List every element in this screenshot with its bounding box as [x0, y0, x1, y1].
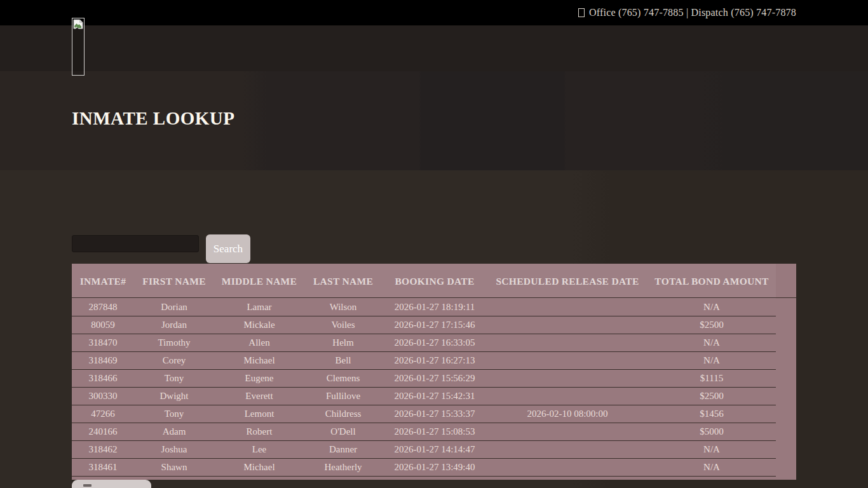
table-cell: N/A: [648, 459, 776, 477]
table-cell: Adam: [134, 423, 214, 441]
phone-icon: [578, 8, 585, 17]
table-header: INMATE#FIRST NAMEMIDDLE NAMELAST NAMEBOO…: [72, 264, 776, 299]
table-cell: Voiles: [304, 316, 382, 334]
table-cell: 2026-01-27 14:14:47: [382, 441, 487, 459]
table-cell: Heatherly: [304, 459, 382, 477]
inmate-table-container: INMATE#FIRST NAMEMIDDLE NAMELAST NAMEBOO…: [72, 264, 796, 480]
page-title: INMATE LOOKUP: [72, 108, 235, 129]
table-cell: Allen: [214, 334, 304, 352]
table-cell: Dorian: [134, 299, 214, 316]
table-cell: N/A: [648, 334, 776, 352]
table-cell: 2026-01-27 13:49:40: [382, 459, 487, 477]
table-row: 47266TonyLemontChildress2026-01-27 15:33…: [72, 405, 776, 423]
broken-image-icon: [73, 19, 83, 29]
table-row: 318466TonyEugeneClemens2026-01-27 15:56:…: [72, 370, 776, 388]
table-row: 318470TimothyAllenHelm2026-01-27 16:33:0…: [72, 334, 776, 352]
table-cell: Everett: [214, 388, 304, 405]
table-cell: [487, 423, 648, 441]
column-header: BOOKING DATE: [382, 264, 487, 299]
table-cell: N/A: [648, 352, 776, 370]
partial-bottom-button[interactable]: [72, 480, 151, 488]
table-cell: Lemont: [214, 405, 304, 423]
table-row: 318461ShawnMichaelHeatherly2026-01-27 13…: [72, 459, 776, 477]
table-cell: [487, 388, 648, 405]
table-row: 318462JoshuaLeeDanner2026-01-27 14:14:47…: [72, 441, 776, 459]
table-cell: $2500: [648, 316, 776, 334]
table-cell: Timothy: [134, 334, 214, 352]
table-cell: Helm: [304, 334, 382, 352]
top-contact-bar: Office (765) 747-7885 | Dispatch (765) 7…: [0, 0, 868, 25]
table-cell: Robert: [214, 423, 304, 441]
table-cell: 318462: [72, 441, 134, 459]
table-cell: $1456: [648, 405, 776, 423]
column-header: INMATE#: [72, 264, 134, 299]
table-cell: [487, 316, 648, 334]
table-cell: [487, 441, 648, 459]
column-header: LAST NAME: [304, 264, 382, 299]
table-cell: Bell: [304, 352, 382, 370]
table-header-row: INMATE#FIRST NAMEMIDDLE NAMELAST NAMEBOO…: [72, 264, 776, 299]
table-cell: O'Dell: [304, 423, 382, 441]
table-cell: N/A: [648, 299, 776, 316]
table-row: 240166AdamRobertO'Dell2026-01-27 15:08:5…: [72, 423, 776, 441]
table-cell: 318470: [72, 334, 134, 352]
table-cell: Eugene: [214, 370, 304, 388]
table-cell: 2026-01-27 15:56:29: [382, 370, 487, 388]
table-cell: 80059: [72, 316, 134, 334]
contact-phones: Office (765) 747-7885 | Dispatch (765) 7…: [578, 7, 796, 18]
table-cell: N/A: [648, 477, 776, 480]
nav-band: [0, 25, 868, 71]
inmate-table: INMATE#FIRST NAMEMIDDLE NAMELAST NAMEBOO…: [72, 264, 776, 480]
table-row: 318469CoreyMichaelBell2026-01-27 16:27:1…: [72, 352, 776, 370]
table-row: 287848DorianLamarWilson2026-01-27 18:19:…: [72, 299, 776, 316]
table-body: 287848DorianLamarWilson2026-01-27 18:19:…: [72, 299, 776, 480]
table-cell: Fullilove: [304, 388, 382, 405]
table-cell: $5000: [648, 423, 776, 441]
table-cell: Corey: [134, 352, 214, 370]
search-button[interactable]: Search: [206, 234, 250, 263]
column-header: MIDDLE NAME: [214, 264, 304, 299]
table-cell: [487, 477, 648, 480]
table-cell: 47266: [72, 405, 134, 423]
table-cell: 318469: [72, 352, 134, 370]
table-cell: [487, 352, 648, 370]
table-cell: $2500: [648, 388, 776, 405]
table-cell: 2026-01-27 15:33:37: [382, 405, 487, 423]
table-cell: Joshua: [134, 441, 214, 459]
table-cell: Clemens: [304, 370, 382, 388]
table-cell: 2026-01-27 13:01:24: [382, 477, 487, 480]
table-cell: Lamar: [214, 299, 304, 316]
table-cell: Tony: [134, 405, 214, 423]
table-cell: Wilson: [304, 299, 382, 316]
table-cell: Mickale: [214, 316, 304, 334]
search-input[interactable]: [72, 235, 199, 252]
table-cell: Taylor: [304, 477, 382, 480]
table-cell: [487, 370, 648, 388]
table-cell: 318461: [72, 459, 134, 477]
column-header: FIRST NAME: [134, 264, 214, 299]
table-cell: 300330: [72, 388, 134, 405]
column-header: SCHEDULED RELEASE DATE: [487, 264, 648, 299]
table-row: 80059JordanMickaleVoiles2026-01-27 17:15…: [72, 316, 776, 334]
table-cell: 2026-01-27 16:33:05: [382, 334, 487, 352]
table-cell: 2026-01-27 17:15:46: [382, 316, 487, 334]
table-cell: Jordan: [134, 316, 214, 334]
table-cell: 287848: [72, 299, 134, 316]
table-cell: Lamiez: [214, 477, 304, 480]
table-cell: N/A: [648, 441, 776, 459]
table-cell: Shawn: [134, 459, 214, 477]
table-row: 300330DwightEverettFullilove2026-01-27 1…: [72, 388, 776, 405]
table-row: 187427RickyLamiezTaylor2026-01-27 13:01:…: [72, 477, 776, 480]
table-cell: 2026-01-27 15:08:53: [382, 423, 487, 441]
table-cell: $1115: [648, 370, 776, 388]
table-cell: 2026-01-27 15:42:31: [382, 388, 487, 405]
column-header: TOTAL BOND AMOUNT: [648, 264, 776, 299]
table-cell: Danner: [304, 441, 382, 459]
table-cell: 2026-01-27 18:19:11: [382, 299, 487, 316]
table-cell: Michael: [214, 459, 304, 477]
table-cell: Michael: [214, 352, 304, 370]
table-cell: 318466: [72, 370, 134, 388]
table-cell: [487, 459, 648, 477]
table-cell: 240166: [72, 423, 134, 441]
table-cell: Lee: [214, 441, 304, 459]
